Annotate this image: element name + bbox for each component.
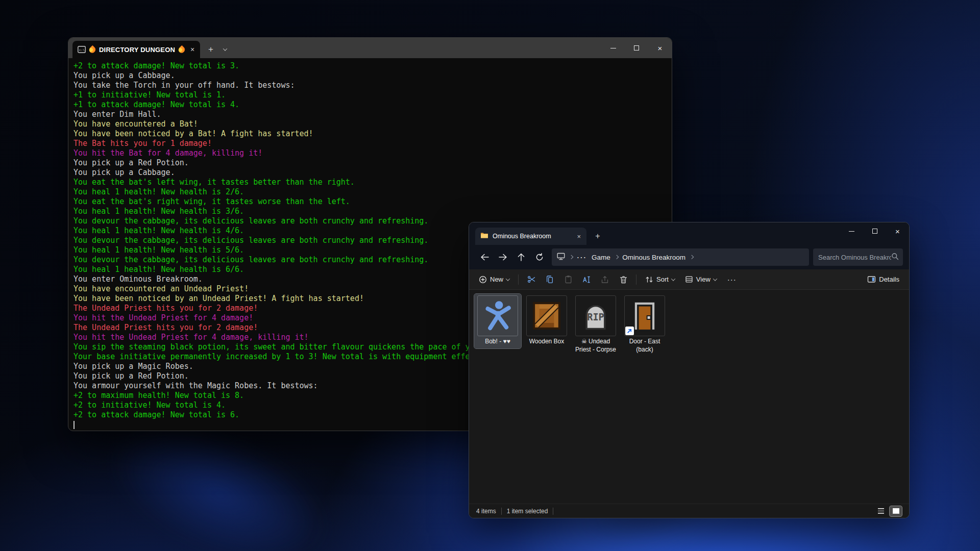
file-label: ☠ Undead Priest - Corpse: [573, 338, 618, 354]
sort-button[interactable]: Sort: [641, 272, 679, 287]
refresh-button[interactable]: [530, 248, 549, 266]
terminal-line: The Bat hits you for 1 damage!: [74, 139, 668, 148]
text-cursor: [74, 421, 75, 429]
details-pane-button[interactable]: Details: [863, 272, 904, 287]
command-prompt-icon: c:\: [78, 46, 86, 53]
cut-button[interactable]: [523, 272, 540, 287]
chevron-down-icon: [506, 277, 510, 281]
tab-close-icon[interactable]: ×: [188, 45, 197, 54]
paste-button[interactable]: [559, 272, 577, 287]
folder-icon: [480, 232, 488, 241]
up-button[interactable]: [512, 248, 530, 266]
view-button-label: View: [696, 276, 710, 283]
file-label: Bob! - ♥♥: [475, 338, 520, 346]
file-label: Door - East (back): [622, 338, 667, 354]
share-button[interactable]: [596, 272, 614, 287]
terminal-line: You eat the bat's right wing, it tastes …: [74, 197, 668, 207]
view-toggle-group: [875, 506, 902, 516]
chevron-down-icon: [223, 46, 227, 51]
minimize-icon: [610, 48, 616, 48]
rename-button[interactable]: [578, 272, 595, 287]
tab-close-icon[interactable]: ×: [575, 233, 582, 240]
fire-icon: [177, 45, 186, 54]
search-input[interactable]: Search Ominous Breakroom: [813, 248, 903, 266]
explorer-window: Ominous Breakroom × + ×: [469, 222, 910, 518]
new-button-label: New: [490, 276, 503, 283]
terminal-tab[interactable]: c:\ DIRECTORY DUNGEON ×: [72, 41, 200, 58]
terminal-line: You pick up a Cabbage.: [74, 168, 668, 178]
terminal-titlebar[interactable]: c:\ DIRECTORY DUNGEON × + ×: [68, 38, 672, 58]
svg-text:c:\: c:\: [79, 48, 85, 52]
chevron-right-icon: [615, 255, 619, 259]
terminal-line: You have been noticed by a Bat! A fight …: [74, 129, 668, 139]
forward-button[interactable]: [494, 248, 512, 266]
close-icon: ×: [658, 44, 663, 52]
explorer-tab[interactable]: Ominous Breakroom ×: [475, 228, 586, 245]
file-icon-box: [526, 295, 567, 336]
file-icon-box: RIP: [575, 295, 616, 336]
file-icon-box: [477, 295, 518, 336]
sort-icon: [645, 276, 653, 284]
item-count: 4 items: [476, 508, 496, 515]
large-icons-view-icon: [893, 508, 899, 514]
maximize-button[interactable]: [863, 222, 886, 240]
breadcrumb[interactable]: ··· Game Ominous Breakroom: [552, 248, 809, 266]
details-pane-label: Details: [879, 276, 899, 283]
file-label: Wooden Box: [524, 338, 569, 346]
minimize-icon: [849, 231, 854, 232]
explorer-status-bar: 4 items 1 item selected: [469, 504, 909, 518]
see-more-button[interactable]: ···: [722, 275, 742, 284]
explorer-tabstrip[interactable]: Ominous Breakroom × + ×: [469, 222, 909, 245]
new-tab-button[interactable]: +: [591, 229, 605, 243]
copy-button[interactable]: [541, 272, 558, 287]
this-pc-icon: [557, 253, 565, 262]
explorer-tab-title: Ominous Breakroom: [493, 233, 571, 240]
minimize-button[interactable]: [840, 222, 863, 240]
file-item-wooden-box[interactable]: Wooden Box: [523, 294, 570, 348]
terminal-line: +1 to attack damage! New total is 4.: [74, 100, 668, 110]
file-list[interactable]: Bob! - ♥♥ Wooden Box: [469, 290, 909, 360]
large-icons-view-button[interactable]: [890, 506, 902, 516]
tombstone-icon: RIP: [580, 300, 611, 332]
breadcrumb-item-ominous-breakroom[interactable]: Ominous Breakroom: [622, 254, 685, 261]
close-button[interactable]: ×: [648, 38, 672, 58]
search-icon: [891, 253, 899, 262]
svg-text:RIP: RIP: [587, 312, 604, 322]
terminal-line: You have encountered a Bat!: [74, 119, 668, 129]
view-button[interactable]: View: [680, 272, 721, 287]
status-separator: [501, 508, 502, 515]
chevron-down-icon: [671, 277, 675, 281]
file-icon-box: [624, 295, 665, 336]
terminal-line: You pick up a Cabbage.: [74, 71, 668, 81]
terminal-line: You take the Torch in your off hand. It …: [74, 81, 668, 90]
minimize-button[interactable]: [601, 38, 625, 58]
terminal-line: You eat the bat's left wing, it tastes b…: [74, 178, 668, 187]
file-item-bob[interactable]: Bob! - ♥♥: [474, 294, 521, 348]
close-button[interactable]: ×: [886, 222, 909, 240]
terminal-line: You heal 1 health! New health is 2/6.: [74, 187, 668, 197]
explorer-navigation-bar: ··· Game Ominous Breakroom Search Ominou…: [469, 245, 909, 269]
breadcrumb-item-game[interactable]: Game: [592, 254, 610, 261]
crate-icon: [531, 300, 562, 332]
breadcrumb-overflow-button[interactable]: ···: [577, 254, 587, 261]
file-item-door-east[interactable]: Door - East (back): [621, 294, 668, 356]
shortcut-arrow-icon: [625, 327, 634, 335]
maximize-button[interactable]: [625, 38, 648, 58]
maximize-icon: [634, 45, 639, 51]
details-view-button[interactable]: [875, 506, 887, 516]
chevron-right-icon: [690, 255, 694, 259]
back-button[interactable]: [475, 248, 494, 266]
plus-circle-icon: [479, 276, 487, 284]
close-icon: ×: [895, 228, 900, 235]
explorer-command-bar: New Sort: [469, 269, 909, 290]
new-button[interactable]: New: [474, 272, 514, 287]
status-separator: [553, 508, 553, 515]
terminal-window-controls: ×: [601, 38, 672, 58]
terminal-line: You heal 1 health! New health is 3/6.: [74, 207, 668, 216]
new-tab-button[interactable]: +: [203, 42, 218, 57]
terminal-line: +1 to initiative! New total is 1.: [74, 90, 668, 100]
delete-button[interactable]: [615, 272, 632, 287]
details-pane-icon: [867, 276, 876, 283]
file-item-undead-priest-corpse[interactable]: RIP ☠ Undead Priest - Corpse: [572, 294, 619, 356]
tab-dropdown-button[interactable]: [218, 42, 232, 57]
